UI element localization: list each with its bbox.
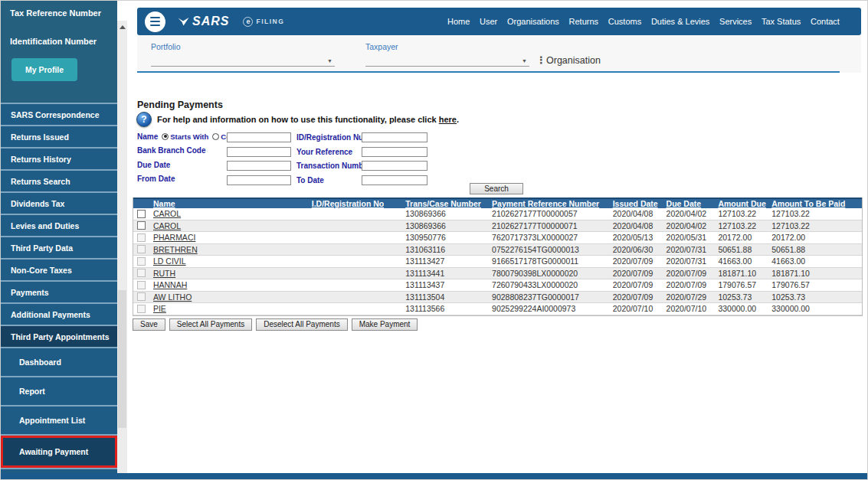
- nav-duties-levies[interactable]: Duties & Levies: [651, 17, 709, 26]
- nav-user[interactable]: User: [480, 17, 497, 26]
- column-header-amount_due[interactable]: Amount Due: [715, 199, 768, 208]
- cell-checkbox: [133, 305, 150, 313]
- sidebar-item-third-party-appointments[interactable]: Third Party Appointments: [1, 325, 117, 347]
- row-name-link[interactable]: CAROL: [153, 209, 181, 218]
- column-header-id_reg[interactable]: I.D/Registration No: [303, 199, 385, 208]
- scrollbar-thumb[interactable]: [118, 290, 126, 428]
- column-header-trans[interactable]: Trans/Case Number: [384, 199, 487, 208]
- table-row: CAROL1308693662102627177T000000572020/04…: [133, 208, 862, 220]
- your-reference-input[interactable]: [362, 147, 427, 157]
- name-input[interactable]: [227, 132, 291, 142]
- save-button[interactable]: Save: [133, 318, 165, 331]
- help-text-suffix: .: [457, 115, 459, 124]
- bank-branch-code-input[interactable]: [227, 147, 291, 157]
- column-header-amount_paid[interactable]: Amount To Be Paid: [768, 199, 862, 208]
- row-name-link[interactable]: AW LITHO: [153, 292, 192, 302]
- cell-name: LD CIVIL: [150, 256, 303, 266]
- deselect-all-payments-button[interactable]: Deselect All Payments: [256, 318, 348, 331]
- cell-due: 2020/07/31: [663, 256, 716, 266]
- nav-customs[interactable]: Customs: [608, 17, 641, 26]
- table-row: RUTH1311134417800790398LX00000202020/07/…: [133, 268, 862, 280]
- cell-name: AW LITHO: [150, 292, 303, 302]
- select-all-payments-button[interactable]: Select All Payments: [169, 318, 252, 331]
- label-due-date: Due Date: [137, 161, 170, 169]
- search-form: NameStarts WithContainsID/Registration N…: [137, 129, 566, 186]
- row-name-link[interactable]: RUTH: [153, 269, 175, 278]
- cell-payref: 9025299224AI0000973: [487, 304, 610, 313]
- from-date-input[interactable]: [227, 175, 291, 185]
- cell-name: PIE: [150, 304, 303, 313]
- sidebar-item-label: Payments: [11, 288, 49, 297]
- row-checkbox[interactable]: [137, 221, 146, 230]
- row-name-link[interactable]: BRETHREN: [153, 245, 198, 254]
- sidebar-item-label: SARS Correspondence: [11, 110, 100, 119]
- taxpayer-dropdown[interactable]: ▼: [365, 54, 529, 67]
- cell-due: 2020/07/09: [663, 269, 716, 278]
- nav-services[interactable]: Services: [719, 17, 752, 26]
- nav-home[interactable]: Home: [447, 17, 470, 26]
- row-name-link[interactable]: HANNAH: [153, 280, 187, 289]
- my-profile-button[interactable]: My Profile: [11, 58, 77, 81]
- row-name-link[interactable]: LD CIVIL: [153, 256, 186, 266]
- sidebar-item-returns-search[interactable]: Returns Search: [1, 169, 117, 191]
- nav-contact[interactable]: Contact: [811, 17, 840, 26]
- sars-logo: SARS: [178, 15, 229, 28]
- search-button[interactable]: Search: [470, 183, 523, 194]
- sidebar-item-sars-correspondence[interactable]: SARS Correspondence: [1, 103, 117, 125]
- sidebar-item-tax-reference-number[interactable]: Tax Reference Number: [10, 8, 108, 18]
- sidebar-item-label: Awaiting Payment: [19, 447, 88, 456]
- scroll-up-icon[interactable]: [117, 22, 127, 32]
- id-registration-number-input[interactable]: [362, 132, 427, 142]
- column-header-payref[interactable]: Payment Reference Number: [487, 199, 610, 208]
- sidebar-item-third-party-data[interactable]: Third Party Data: [1, 236, 117, 258]
- cell-checkbox: [133, 292, 150, 301]
- cell-issued: 2020/07/09: [610, 280, 663, 289]
- sidebar-item-label: Third Party Data: [11, 243, 73, 253]
- sidebar-item-returns-issued[interactable]: Returns Issued: [1, 125, 117, 147]
- row-name-link[interactable]: CAROL: [153, 221, 181, 230]
- row-checkbox: [137, 257, 146, 266]
- help-icon[interactable]: ?: [136, 112, 152, 127]
- row-checkbox: [137, 245, 146, 253]
- sidebar-scrollbar[interactable]: [117, 21, 127, 473]
- sidebar-item-report[interactable]: Report: [1, 376, 117, 405]
- portfolio-dropdown[interactable]: ▼: [151, 54, 335, 67]
- due-date-input[interactable]: [227, 161, 291, 171]
- sidebar-item-returns-history[interactable]: Returns History: [1, 147, 117, 169]
- cell-trans: 131113441: [384, 269, 487, 278]
- kebab-menu-icon[interactable]: ⋮: [536, 54, 546, 67]
- column-header-issued[interactable]: Issued Date: [610, 199, 663, 208]
- form-right-input-cell: [362, 144, 427, 158]
- nav-tax-status[interactable]: Tax Status: [762, 17, 801, 26]
- hamburger-menu-button[interactable]: [145, 11, 165, 32]
- cell-issued: 2020/04/08: [610, 221, 663, 230]
- column-header-due[interactable]: Due Date: [663, 199, 716, 208]
- row-name-link[interactable]: PHARMACI: [153, 233, 195, 242]
- cell-name: PHARMACI: [150, 233, 303, 242]
- sidebar-item-dividends-tax[interactable]: Dividends Tax: [1, 191, 117, 214]
- to-date-input[interactable]: [362, 175, 427, 185]
- transaction-number-input[interactable]: [362, 161, 427, 171]
- nav-returns[interactable]: Returns: [569, 17, 599, 26]
- cell-amount_due: 127103.22: [715, 221, 768, 230]
- sidebar-item-appointment-list[interactable]: Appointment List: [1, 405, 117, 434]
- radio-starts-with[interactable]: [162, 133, 169, 140]
- help-here-link[interactable]: here: [439, 115, 457, 124]
- row-checkbox[interactable]: [137, 210, 146, 218]
- make-payment-button[interactable]: Make Payment: [352, 318, 418, 331]
- sidebar-item-identification-number[interactable]: Identification Number: [10, 37, 108, 47]
- form-right-input-cell: [362, 158, 427, 171]
- sidebar-item-levies-and-duties[interactable]: Levies and Duties: [1, 214, 117, 236]
- sidebar-item-dashboard[interactable]: Dashboard: [1, 347, 117, 376]
- cell-amount_due: 127103.22: [715, 209, 768, 218]
- sidebar-item-non-core-taxes[interactable]: Non-Core Taxes: [1, 258, 117, 280]
- row-name-link[interactable]: PIE: [153, 304, 166, 313]
- sidebar-item-payments[interactable]: Payments: [1, 280, 117, 302]
- radio-contains[interactable]: [212, 133, 219, 140]
- nav-organisations[interactable]: Organisations: [507, 17, 559, 26]
- sidebar-item-additional-payments[interactable]: Additional Payments: [1, 302, 117, 325]
- column-header-name[interactable]: Name: [150, 199, 303, 208]
- sidebar-item-awaiting-payment[interactable]: Awaiting Payment: [1, 434, 117, 468]
- cell-amount_paid: 10253.73: [768, 292, 862, 302]
- form-row: Due DateTransaction Number: [137, 158, 566, 172]
